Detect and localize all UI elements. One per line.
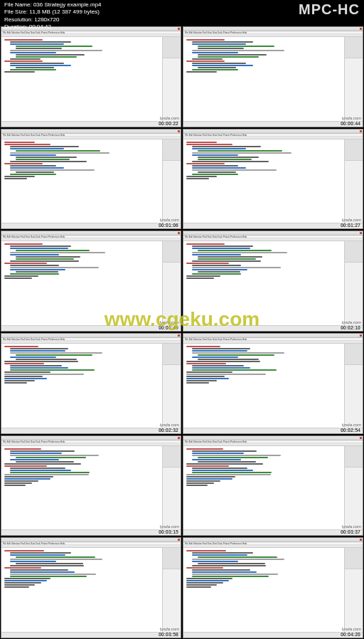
code-line <box>192 352 284 354</box>
window-titlebar <box>1 130 181 134</box>
editor-statusbar <box>1 223 181 228</box>
file-info: File Name: 036 Strategy example.mp4 File… <box>4 1 102 31</box>
code-line <box>192 455 281 456</box>
thumbnail[interactable]: File Edit Selection Find View Goto Tools… <box>183 231 363 332</box>
thumbnail-timestamp: 00:03:37 <box>340 529 361 534</box>
editor-statusbar <box>1 529 181 535</box>
thumbnail-timestamp: 00:02:32 <box>158 428 179 433</box>
code-line <box>16 250 90 251</box>
code-line <box>192 146 261 147</box>
code-line <box>192 43 246 45</box>
window-titlebar <box>183 27 363 31</box>
code-line <box>16 171 54 173</box>
code-line <box>10 52 56 53</box>
code-line <box>192 174 238 175</box>
code-line <box>4 39 43 41</box>
window-titlebar <box>1 436 181 440</box>
window-titlebar <box>183 334 363 338</box>
code-line <box>192 52 238 53</box>
lynda-watermark: lynda.com <box>342 627 361 631</box>
code-line <box>192 574 278 575</box>
code-line <box>186 463 263 465</box>
window-titlebar <box>183 231 363 236</box>
editor-minimap <box>162 241 181 325</box>
thumbnail-timestamp: 00:02:10 <box>340 325 361 330</box>
thumbnail-timestamp: 00:01:06 <box>158 223 179 228</box>
thumbnail-timestamp: 00:00:44 <box>340 121 361 126</box>
thumbnail[interactable]: File Edit Selection Find View Goto Tools… <box>183 26 363 127</box>
code-line <box>192 58 223 60</box>
editor-minimap <box>162 37 181 121</box>
code-line <box>192 576 269 577</box>
lynda-watermark: lynda.com <box>342 423 361 427</box>
code-line <box>198 171 236 173</box>
code-line <box>10 267 99 268</box>
code-line <box>4 371 50 373</box>
code-line <box>10 273 59 275</box>
thumbnail[interactable]: File Edit Selection Find View Goto Tools… <box>1 129 181 230</box>
editor-minimap <box>162 446 181 530</box>
window-titlebar <box>1 538 181 542</box>
code-line <box>192 154 238 156</box>
code-line <box>4 478 50 480</box>
editor-minimap <box>344 37 363 121</box>
code-line <box>10 453 62 454</box>
lynda-watermark: lynda.com <box>342 320 361 324</box>
code-line <box>192 369 277 371</box>
code-line <box>192 161 269 162</box>
duration-value: 00:04:42 <box>29 23 51 30</box>
code-line <box>186 584 217 586</box>
thumbnail[interactable]: File Edit Selection Find View Goto Tools… <box>183 129 363 230</box>
code-line <box>4 474 89 475</box>
code-line <box>4 480 38 482</box>
code-line <box>186 163 225 164</box>
code-line <box>10 565 84 566</box>
thumbnail[interactable]: File Edit Selection Find View Goto Tools… <box>183 333 363 434</box>
thumbnail-timestamp: 00:01:27 <box>340 223 361 228</box>
editor-statusbar <box>183 223 363 228</box>
code-line <box>10 152 109 154</box>
code-line <box>4 380 35 381</box>
code-line <box>10 65 71 66</box>
code-line <box>186 582 223 583</box>
code-line <box>10 369 95 371</box>
thumbnail-timestamp: 00:00:22 <box>158 121 179 126</box>
code-line <box>192 552 253 554</box>
thumbnail[interactable]: File Edit Selection Find View Goto Tools… <box>1 333 181 434</box>
lynda-watermark: lynda.com <box>342 524 361 529</box>
code-line <box>16 67 54 68</box>
thumbnail[interactable]: File Edit Selection Find View Goto Tools… <box>1 435 181 537</box>
code-line <box>192 273 241 275</box>
code-line <box>198 48 244 49</box>
code-line <box>192 41 253 43</box>
code-line <box>186 275 220 277</box>
code-line <box>10 245 71 247</box>
code-line <box>16 354 92 356</box>
code-line <box>4 378 47 379</box>
editor-statusbar <box>1 428 181 433</box>
thumbnail[interactable]: File Edit Selection Find View Goto Tools… <box>1 26 181 127</box>
editor-pane <box>1 446 161 530</box>
code-line <box>10 154 56 156</box>
thumbnail[interactable]: File Edit Selection Find View Goto Tools… <box>1 537 181 638</box>
thumbnail-grid: File Edit Selection Find View Goto Tools… <box>0 26 364 639</box>
thumbnail[interactable]: File Edit Selection Find View Goto Tools… <box>1 231 181 332</box>
code-line <box>198 461 256 463</box>
code-line <box>192 165 238 167</box>
code-line <box>186 60 225 62</box>
code-line <box>198 258 256 260</box>
editor-pane <box>183 344 343 428</box>
code-line <box>10 468 65 469</box>
code-line <box>16 256 80 258</box>
code-line <box>198 359 259 360</box>
thumbnail[interactable]: File Edit Selection Find View Goto Tools… <box>183 435 363 537</box>
code-line <box>10 357 56 358</box>
code-line <box>4 382 27 384</box>
thumbnail-timestamp: 00:01:49 <box>158 325 179 330</box>
code-line <box>186 586 211 588</box>
thumbnail[interactable]: File Edit Selection Find View Goto Tools… <box>183 537 363 638</box>
duration-label: Duration: <box>4 23 27 30</box>
code-line <box>16 56 77 58</box>
code-line <box>198 556 277 558</box>
code-line <box>4 243 43 245</box>
